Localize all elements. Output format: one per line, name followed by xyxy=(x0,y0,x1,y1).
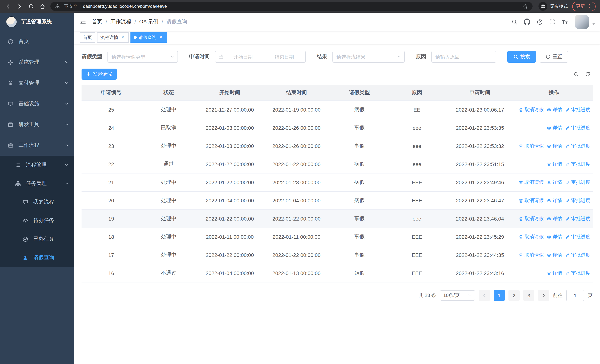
cancel-leave-link[interactable]: 取消请假 xyxy=(518,106,544,113)
sidebar-item[interactable]: 我的流程 xyxy=(0,193,74,211)
chevron-down-icon xyxy=(170,55,175,59)
start-date-input[interactable] xyxy=(225,54,261,60)
leave-type-input[interactable] xyxy=(111,54,170,60)
create-leave-button[interactable]: 发起请假 xyxy=(82,69,117,80)
delete-icon xyxy=(518,234,523,239)
sidebar-toggle-icon[interactable] xyxy=(74,19,92,25)
approval-progress-link[interactable]: 审批进度 xyxy=(565,179,590,186)
detail-link[interactable]: 详情 xyxy=(547,197,562,204)
result-input[interactable] xyxy=(336,54,397,60)
sidebar-item[interactable]: 基础设施 xyxy=(0,93,74,114)
cell-end-time: 2022-01-22 00:00:00 xyxy=(263,246,330,264)
home-button[interactable] xyxy=(38,1,47,11)
search-button[interactable]: 搜索 xyxy=(507,51,536,63)
reset-button[interactable]: 重置 xyxy=(540,51,568,63)
detail-link[interactable]: 详情 xyxy=(547,179,562,186)
sidebar-item[interactable]: 研发工具 xyxy=(0,114,74,135)
page-number-button[interactable]: 2 xyxy=(508,290,520,301)
sidebar-item-label: 任务管理 xyxy=(26,180,62,187)
close-icon[interactable]: × xyxy=(120,35,125,40)
cancel-leave-link[interactable]: 取消请假 xyxy=(518,143,544,149)
apply-time-range-picker[interactable]: - xyxy=(215,51,306,63)
toggle-search-button[interactable] xyxy=(573,72,579,77)
result-select[interactable] xyxy=(332,51,405,63)
tab[interactable]: 请假查询 × xyxy=(131,32,167,43)
screen: 不安全 dashboard.yudao.iocoder.cn/bpm/oa/le… xyxy=(0,0,600,364)
sidebar-item[interactable]: 已办任务 xyxy=(0,230,74,248)
sidebar-item[interactable]: 待办任务 xyxy=(0,211,74,230)
search-icon xyxy=(513,54,518,59)
cancel-leave-link[interactable]: 取消请假 xyxy=(518,252,544,258)
browser-menu-icon[interactable] xyxy=(587,3,592,9)
help-icon[interactable] xyxy=(534,16,545,28)
cancel-leave-link[interactable]: 取消请假 xyxy=(518,179,544,186)
detail-link[interactable]: 详情 xyxy=(547,233,562,240)
github-icon[interactable] xyxy=(521,16,533,28)
approval-progress-link[interactable]: 审批进度 xyxy=(565,233,590,240)
approval-progress-link[interactable]: 审批进度 xyxy=(565,252,590,258)
sidebar-item[interactable]: 任务管理 xyxy=(0,174,74,193)
search-icon[interactable] xyxy=(509,16,520,28)
prev-page-button[interactable] xyxy=(479,290,490,301)
breadcrumb-item[interactable]: 首页 xyxy=(92,19,102,25)
result-label: 结果 xyxy=(317,53,327,60)
detail-link[interactable]: 详情 xyxy=(547,252,562,258)
leave-type-select[interactable] xyxy=(107,51,178,63)
font-size-icon[interactable] xyxy=(559,16,570,28)
breadcrumb-item[interactable]: 请假查询 xyxy=(166,19,187,25)
caret-down-icon[interactable] xyxy=(592,21,596,29)
sidebar-item[interactable]: 支付管理 xyxy=(0,73,74,93)
close-icon[interactable]: × xyxy=(158,35,163,40)
sidebar-item[interactable]: 请假查询 xyxy=(0,248,74,267)
sidebar-item-label: 我的流程 xyxy=(33,199,62,205)
table-row: 23 处理中 2022-01-03 00:00:00 2022-01-26 00… xyxy=(82,137,593,155)
bookmark-star-icon[interactable] xyxy=(523,3,528,9)
approval-progress-link[interactable]: 审批进度 xyxy=(565,161,590,168)
detail-link[interactable]: 详情 xyxy=(547,125,562,131)
page-size-select[interactable]: 10条/页 xyxy=(440,290,475,301)
refresh-table-button[interactable] xyxy=(585,72,590,77)
sidebar-item[interactable]: 工作流程 xyxy=(0,135,74,156)
goto-page-input[interactable] xyxy=(566,290,584,301)
sidebar-item[interactable]: 流程管理 xyxy=(0,156,74,174)
reason-input[interactable] xyxy=(435,54,493,60)
cancel-leave-link[interactable]: 取消请假 xyxy=(518,215,544,222)
breadcrumb-item[interactable]: OA 示例 xyxy=(139,19,159,25)
detail-link[interactable]: 详情 xyxy=(547,106,562,113)
address-bar[interactable]: 不安全 dashboard.yudao.iocoder.cn/bpm/oa/le… xyxy=(50,2,533,11)
sidebar-item[interactable]: 首页 xyxy=(0,31,74,52)
back-button[interactable] xyxy=(3,1,13,11)
address-divider xyxy=(80,4,80,9)
tab[interactable]: 首页 xyxy=(80,32,95,43)
approval-progress-link[interactable]: 审批进度 xyxy=(565,270,590,277)
detail-link[interactable]: 详情 xyxy=(547,270,562,277)
reason-field[interactable] xyxy=(431,51,496,63)
approval-progress-link[interactable]: 审批进度 xyxy=(565,106,590,113)
reload-button[interactable] xyxy=(26,1,36,11)
eye-icon xyxy=(547,234,552,239)
approval-progress-link[interactable]: 审批进度 xyxy=(565,197,590,204)
cell-status: 处理中 xyxy=(141,210,197,228)
detail-link[interactable]: 详情 xyxy=(547,215,562,222)
approval-progress-link[interactable]: 审批进度 xyxy=(565,143,590,149)
user-avatar[interactable] xyxy=(575,15,589,29)
end-date-input[interactable] xyxy=(266,54,302,60)
approval-progress-link[interactable]: 审批进度 xyxy=(565,215,590,222)
detail-link[interactable]: 详情 xyxy=(547,143,562,149)
sidebar-item[interactable]: 系统管理 xyxy=(0,52,74,73)
sidebar-logo[interactable]: 芋道管理系统 xyxy=(0,13,74,31)
approval-progress-link[interactable]: 审批进度 xyxy=(565,125,590,131)
page-number-button[interactable]: 3 xyxy=(523,290,534,301)
cancel-leave-link[interactable]: 取消请假 xyxy=(518,197,544,204)
next-page-button[interactable] xyxy=(538,290,549,301)
detail-link[interactable]: 详情 xyxy=(547,161,562,168)
forward-button[interactable] xyxy=(14,1,24,11)
breadcrumb-item[interactable]: 工作流程 xyxy=(111,19,131,25)
tab[interactable]: 流程详情 × xyxy=(97,32,129,43)
chevron-icon xyxy=(65,143,69,148)
fullscreen-icon[interactable] xyxy=(547,16,558,28)
cell-actions: 取消请假 详情 审批 xyxy=(515,173,593,191)
page-number-button[interactable]: 1 xyxy=(494,290,505,301)
update-chip[interactable]: 更新 xyxy=(572,2,596,11)
cancel-leave-link[interactable]: 取消请假 xyxy=(518,233,544,240)
